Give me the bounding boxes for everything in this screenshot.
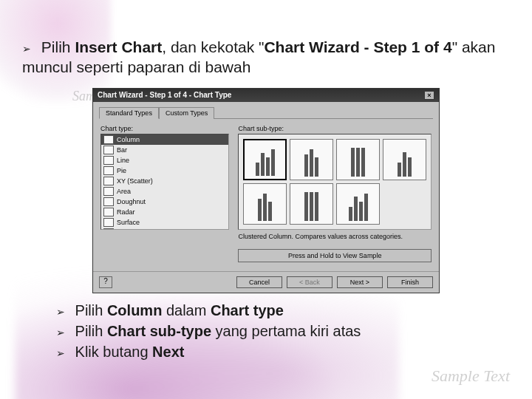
top-bullet-bold-2: Chart Wizard - Step 1 of 4 xyxy=(264,38,451,55)
cancel-button[interactable]: Cancel xyxy=(236,276,282,288)
dialog-titlebar: Chart Wizard - Step 1 of 4 - Chart Type … xyxy=(93,89,439,102)
chart-type-label: Bubble xyxy=(117,229,137,230)
subtype-description: Clustered Column. Compares values across… xyxy=(238,233,432,248)
dialog-body: Standard Types Custom Types Chart type: … xyxy=(93,102,439,271)
chart-type-item-bar[interactable]: Bar xyxy=(101,145,228,155)
chart-type-item-pie[interactable]: Pie xyxy=(101,166,228,176)
subtype-3d-clustered[interactable] xyxy=(383,139,426,180)
sub-bullet-3: ➢ Klik butang Next xyxy=(56,342,510,361)
subtype-3d-column[interactable] xyxy=(336,183,380,225)
tab-strip: Standard Types Custom Types xyxy=(99,106,433,119)
sub2-pre: Pilih xyxy=(75,323,107,339)
chart-type-listbox[interactable]: Column Bar Line Pie XY (Scatter) Area Do… xyxy=(100,134,229,230)
chart-type-label: Bar xyxy=(117,146,127,154)
next-button[interactable]: Next > xyxy=(337,276,383,288)
sub1-bold1: Column xyxy=(107,302,162,318)
chart-type-label: Surface xyxy=(117,219,140,226)
top-bullet-text-1: Pilih xyxy=(41,38,75,55)
surface-icon xyxy=(103,218,114,227)
slide-content: ➢ Pilih Insert Chart, dan kekotak "Chart… xyxy=(0,0,532,378)
sub-type-grid xyxy=(238,134,432,230)
chart-type-label: Line xyxy=(117,157,129,164)
subtype-3d-stacked[interactable] xyxy=(243,183,287,225)
panes: Chart type: Column Bar Line Pie XY (Scat… xyxy=(99,119,433,265)
chart-type-label: Pie xyxy=(117,167,126,174)
chart-type-item-line[interactable]: Line xyxy=(101,155,228,166)
bullet-arrow-icon: ➢ xyxy=(56,306,65,318)
sub-bullet-1: ➢ Pilih Column dalam Chart type xyxy=(56,301,510,320)
sub-bullet-list: ➢ Pilih Column dalam Chart type ➢ Pilih … xyxy=(56,301,510,361)
chart-type-item-xy[interactable]: XY (Scatter) xyxy=(101,176,228,186)
chart-type-item-bubble[interactable]: Bubble xyxy=(101,228,228,230)
sub3-bold: Next xyxy=(152,344,184,360)
chart-type-label: Area xyxy=(117,188,131,195)
label-chart-type: Chart type: xyxy=(100,125,229,132)
subtype-100pct-stacked[interactable] xyxy=(336,139,380,180)
pane-sub-type: Chart sub-type: Clustered Column. Compar… xyxy=(238,125,432,262)
subtype-clustered-column[interactable] xyxy=(243,139,287,180)
bullet-arrow-icon: ➢ xyxy=(22,43,31,55)
area-icon xyxy=(103,187,114,196)
sub2-post: yang pertama kiri atas xyxy=(211,323,361,339)
tab-standard-types[interactable]: Standard Types xyxy=(99,107,159,119)
bullet-arrow-icon: ➢ xyxy=(56,327,65,338)
chart-type-label: Radar xyxy=(117,208,135,216)
top-bullet-bold-1: Insert Chart xyxy=(75,38,162,55)
sub1-pre: Pilih xyxy=(75,302,107,318)
radar-icon xyxy=(103,208,114,216)
sub-bullet-2: ➢ Pilih Chart sub-type yang pertama kiri… xyxy=(56,321,510,341)
chart-type-label: Doughnut xyxy=(117,198,146,205)
bullet-arrow-icon: ➢ xyxy=(56,347,65,359)
chart-wizard-dialog: Chart Wizard - Step 1 of 4 - Chart Type … xyxy=(92,88,440,293)
line-icon xyxy=(103,156,114,165)
chart-type-item-radar[interactable]: Radar xyxy=(101,207,228,217)
back-button[interactable]: < Back xyxy=(287,276,332,288)
chart-type-item-doughnut[interactable]: Doughnut xyxy=(101,197,228,207)
press-hold-button[interactable]: Press and Hold to View Sample xyxy=(238,249,432,262)
sub2-bold: Chart sub-type xyxy=(107,323,211,339)
dialog-title: Chart Wizard - Step 1 of 4 - Chart Type xyxy=(98,91,231,99)
sub1-mid: dalam xyxy=(162,302,211,318)
chart-type-item-surface[interactable]: Surface xyxy=(101,217,228,228)
chart-type-label: XY (Scatter) xyxy=(117,177,153,185)
tab-custom-types[interactable]: Custom Types xyxy=(159,107,214,119)
top-bullet: ➢ Pilih Insert Chart, dan kekotak "Chart… xyxy=(22,37,510,78)
pane-chart-type: Chart type: Column Bar Line Pie XY (Scat… xyxy=(100,125,229,262)
subtype-stacked-column[interactable] xyxy=(290,139,333,180)
top-bullet-text-2: , dan kekotak " xyxy=(162,38,264,55)
chart-type-label: Column xyxy=(117,136,140,143)
close-icon[interactable]: × xyxy=(424,91,434,100)
scatter-icon xyxy=(103,177,114,185)
sub1-bold2: Chart type xyxy=(211,302,284,318)
bar-icon xyxy=(103,146,114,154)
column-icon xyxy=(103,135,114,144)
help-button[interactable]: ? xyxy=(99,276,112,288)
finish-button[interactable]: Finish xyxy=(387,276,433,288)
label-sub-type: Chart sub-type: xyxy=(238,125,432,132)
chart-type-item-area[interactable]: Area xyxy=(101,186,228,197)
chart-type-item-column[interactable]: Column xyxy=(101,134,228,145)
doughnut-icon xyxy=(103,197,114,206)
bubble-icon xyxy=(103,228,114,230)
dialog-button-row: ? Cancel < Back Next > Finish xyxy=(93,271,439,293)
subtype-3d-100pct[interactable] xyxy=(290,183,333,225)
pie-icon xyxy=(103,166,114,175)
sub3-pre: Klik butang xyxy=(75,344,153,360)
